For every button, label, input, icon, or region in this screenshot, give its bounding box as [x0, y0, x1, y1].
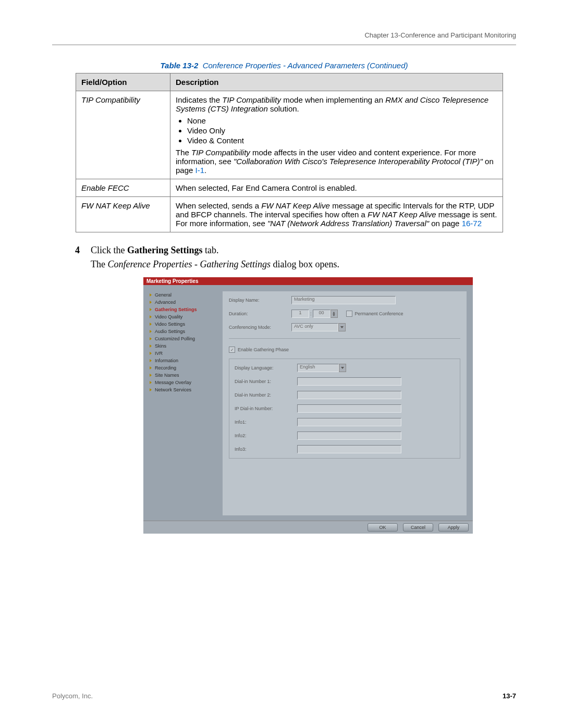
- label-conf-mode: Conferencing Mode:: [229, 325, 291, 330]
- txt: FW NAT Keep Alive: [261, 201, 330, 210]
- page-link[interactable]: 16-72: [462, 219, 482, 228]
- row2-desc: When selected, Far End Camera Control is…: [170, 179, 503, 197]
- sidebar-item-site-names[interactable]: Site Names: [150, 372, 217, 379]
- sidebar-item-recording[interactable]: Recording: [150, 364, 217, 372]
- table-caption: Table 13-2 Conference Properties - Advan…: [52, 61, 516, 70]
- sidebar-item-label: Skins: [155, 343, 166, 349]
- sidebar-item-label: Site Names: [155, 373, 179, 378]
- txt: "NAT (Network Address Translation) Trave…: [267, 219, 429, 228]
- caption-no: Table 13-2: [161, 61, 199, 70]
- txt: Gathering Settings: [127, 245, 203, 255]
- chevron-right-icon: [150, 374, 152, 377]
- sidebar-item-network-services[interactable]: Network Services: [150, 386, 217, 393]
- chevron-right-icon: [150, 337, 152, 340]
- sidebar-item-label: Video Settings: [155, 322, 185, 327]
- sidebar-item-label: Audio Settings: [155, 329, 185, 334]
- step-number: 4: [75, 245, 91, 256]
- txt: .: [204, 166, 206, 175]
- label-ip-dialin: IP Dial-in Number:: [235, 406, 297, 411]
- enable-gathering-checkbox[interactable]: ✓: [229, 347, 235, 353]
- sidebar-item-label: Gathering Settings: [155, 307, 197, 312]
- col-desc: Description: [170, 73, 503, 91]
- conf-mode-select[interactable]: AVC only: [291, 323, 338, 331]
- table-row: FW NAT Keep Alive When selected, sends a…: [76, 197, 503, 232]
- txt: When selected, sends a: [176, 201, 261, 210]
- sidebar-item-label: Video Quality: [155, 314, 182, 319]
- txt: solution.: [268, 104, 299, 113]
- page-header: Chapter 13-Conference and Participant Mo…: [52, 31, 516, 44]
- row3-field: FW NAT Keep Alive: [76, 197, 170, 232]
- sidebar-item-advanced[interactable]: Advanced: [150, 299, 217, 306]
- dialin-2-field[interactable]: [297, 391, 401, 399]
- label-dialin-2: Dial-in Number 2:: [235, 392, 297, 398]
- label-info3: Info3:: [235, 447, 297, 452]
- gathering-subpanel: Display Language: English Dial-in Number…: [229, 359, 460, 459]
- label-info2: Info2:: [235, 433, 297, 438]
- txt: dialog box opens.: [271, 259, 339, 269]
- dialin-1-field[interactable]: [297, 377, 401, 386]
- chevron-right-icon: [150, 301, 152, 304]
- duration-mins-field[interactable]: 00: [313, 310, 331, 318]
- txt: The: [176, 148, 191, 157]
- ip-dialin-field[interactable]: [297, 404, 401, 413]
- txt: tab.: [203, 245, 219, 255]
- sidebar-item-gathering[interactable]: Gathering Settings: [150, 306, 217, 313]
- txt: Click the: [91, 245, 127, 255]
- page-link[interactable]: I-1: [195, 166, 205, 175]
- info3-field[interactable]: [297, 445, 401, 453]
- txt: TIP Compatibility: [222, 95, 281, 104]
- caption-text: Conference Properties - Advanced Paramet…: [203, 61, 408, 70]
- label-info1: Info1:: [235, 419, 297, 425]
- sidebar-item-information[interactable]: Information: [150, 357, 217, 364]
- txt: "Collaboration With Cisco's Telepresence…: [234, 157, 483, 166]
- label-permanent: Permanent Conference: [355, 311, 403, 316]
- sidebar-item-video-settings[interactable]: Video Settings: [150, 320, 217, 328]
- chevron-down-icon[interactable]: [338, 323, 346, 331]
- step-text: Click the Gathering Settings tab.: [91, 245, 516, 256]
- info1-field[interactable]: [297, 418, 401, 426]
- list-item: None: [187, 116, 497, 125]
- cancel-button[interactable]: Cancel: [403, 523, 433, 532]
- chevron-right-icon: [150, 344, 152, 348]
- sidebar-item-audio-settings[interactable]: Audio Settings: [150, 328, 217, 335]
- sidebar-item-customized-polling[interactable]: Customized Polling: [150, 335, 217, 342]
- sidebar-item-label: General: [155, 292, 172, 298]
- chevron-right-icon: [150, 359, 152, 362]
- dialog-buttons: OK Cancel Apply: [143, 521, 473, 534]
- step-subtext: The Conference Properties - Gathering Se…: [91, 259, 516, 270]
- chevron-right-icon: [150, 388, 152, 391]
- properties-table: Field/Option Description TIP Compatibili…: [76, 73, 503, 232]
- sidebar-item-general[interactable]: General: [150, 291, 217, 299]
- row3-desc: When selected, sends a FW NAT Keep Alive…: [170, 197, 503, 232]
- sidebar-item-message-overlay[interactable]: Message Overlay: [150, 379, 217, 386]
- sidebar-item-label: Advanced: [155, 300, 176, 305]
- chevron-right-icon: [150, 381, 152, 384]
- ok-button[interactable]: OK: [368, 523, 398, 532]
- sidebar-item-ivr[interactable]: IVR: [150, 350, 217, 357]
- step-4: 4 Click the Gathering Settings tab.: [75, 245, 516, 256]
- chevron-down-icon[interactable]: [339, 364, 346, 372]
- sidebar-item-video-quality[interactable]: Video Quality: [150, 313, 217, 320]
- sidebar-item-label: Message Overlay: [155, 380, 191, 385]
- permanent-checkbox[interactable]: [346, 311, 352, 317]
- label-enable-gathering: Enable Gathering Phase: [238, 347, 289, 352]
- sidebar-item-skins[interactable]: Skins: [150, 342, 217, 350]
- footer-company: Polycom, Inc.: [52, 692, 93, 700]
- txt: FW NAT Keep Alive: [368, 210, 436, 219]
- info2-field[interactable]: [297, 431, 401, 440]
- chevron-right-icon: [150, 352, 152, 355]
- page-number: 13-7: [503, 692, 516, 700]
- sidebar-item-label: Recording: [155, 365, 176, 371]
- sidebar-item-label: Network Services: [155, 387, 191, 392]
- duration-spinner[interactable]: ▲▼: [331, 310, 338, 318]
- display-language-select[interactable]: English: [297, 364, 339, 372]
- label-display-name: Display Name:: [229, 298, 291, 303]
- duration-hours-field[interactable]: 1: [291, 310, 309, 318]
- display-name-field[interactable]: Marketing: [291, 296, 396, 304]
- label-display-language: Display Language:: [235, 365, 297, 371]
- dialog-main: Display Name: Marketing Duration: 1 : 00…: [223, 291, 467, 515]
- txt: TIP Compatibility: [191, 148, 250, 157]
- apply-button[interactable]: Apply: [438, 523, 469, 532]
- txt: Indicates the: [176, 95, 222, 104]
- chevron-right-icon: [150, 366, 152, 369]
